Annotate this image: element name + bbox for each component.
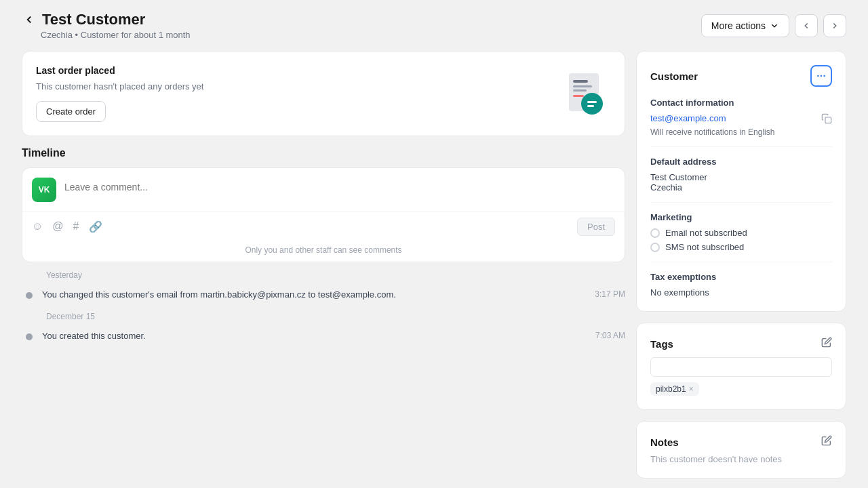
notes-title: Notes <box>650 436 679 448</box>
timeline-section: Timeline VK ☺ @ # 🔗 <box>22 147 625 345</box>
email-subscription-status: Email not subscribed <box>650 228 832 238</box>
email-radio-icon <box>650 228 660 238</box>
timeline-date-1: December 15 <box>46 312 625 321</box>
timeline-dot-0 <box>26 292 33 299</box>
customer-card: Customer Contact information test@exampl… <box>636 51 846 312</box>
svg-point-10 <box>823 75 825 77</box>
tax-exemptions-status: No exemptions <box>650 287 832 298</box>
tag-chip-0: pilxb2b1 × <box>650 382 699 396</box>
svg-rect-5 <box>587 101 597 103</box>
notes-empty-message: This customer doesn't have notes <box>650 454 832 464</box>
last-order-title: Last order placed <box>36 65 203 76</box>
marketing-section-label: Marketing <box>650 212 832 222</box>
svg-rect-2 <box>573 85 592 87</box>
svg-point-4 <box>581 93 603 115</box>
comment-box: VK ☺ @ # 🔗 Post Only you and other s <box>22 167 625 262</box>
svg-rect-3 <box>573 89 587 92</box>
tax-section-label: Tax exemptions <box>650 272 832 282</box>
svg-rect-11 <box>825 117 831 123</box>
tags-card: Tags pilxb2b1 × <box>636 323 846 410</box>
tag-remove-0[interactable]: × <box>689 384 694 394</box>
contact-email-link[interactable]: test@example.com <box>650 113 726 123</box>
page-subtitle: Czechia • Customer for about 1 month <box>22 30 191 40</box>
svg-rect-7 <box>573 95 584 97</box>
notes-edit-icon[interactable] <box>821 435 832 449</box>
svg-rect-1 <box>573 80 588 83</box>
customer-card-title: Customer <box>650 70 698 82</box>
timeline-date-0: Yesterday <box>46 270 625 280</box>
order-illustration <box>557 66 611 121</box>
svg-point-8 <box>817 75 819 77</box>
timeline-dot-1 <box>26 333 33 340</box>
timeline-event-text-1: You created this customer. <box>42 331 146 341</box>
contact-lang: Will receive notifications in English <box>650 127 832 137</box>
sms-subscription-status: SMS not subscribed <box>650 242 832 252</box>
last-order-card: Last order placed This customer hasn't p… <box>22 51 625 136</box>
emoji-icon[interactable]: ☺ <box>32 220 43 233</box>
mention-icon[interactable]: @ <box>52 220 63 233</box>
copy-email-icon[interactable] <box>821 113 832 126</box>
comment-input[interactable] <box>64 178 615 197</box>
address-section-label: Default address <box>650 157 832 167</box>
contact-section-label: Contact information <box>650 98 832 108</box>
last-order-empty: This customer hasn't placed any orders y… <box>36 81 203 92</box>
tags-edit-icon[interactable] <box>821 337 832 350</box>
svg-rect-6 <box>587 105 594 107</box>
sms-radio-icon <box>650 243 660 252</box>
user-avatar: VK <box>32 178 56 202</box>
timeline-events: Yesterday You changed this customer's em… <box>22 270 625 345</box>
comment-icons: ☺ @ # 🔗 <box>32 220 102 233</box>
more-actions-button[interactable]: More actions <box>701 14 789 37</box>
page-title: Test Customer <box>42 11 145 28</box>
nav-prev-button[interactable] <box>795 14 818 37</box>
customer-options-button[interactable] <box>810 65 832 87</box>
nav-next-button[interactable] <box>823 14 846 37</box>
back-button[interactable] <box>22 12 37 27</box>
link-icon[interactable]: 🔗 <box>89 220 102 233</box>
timeline-event-time-1: 7:03 AM <box>595 331 625 340</box>
tags-input[interactable] <box>650 357 832 377</box>
hashtag-icon[interactable]: # <box>73 220 79 233</box>
comment-note: Only you and other staff can see comment… <box>22 241 625 262</box>
svg-point-9 <box>821 75 823 77</box>
create-order-button[interactable]: Create order <box>36 101 106 122</box>
timeline-event-text-0: You changed this customer's email from m… <box>42 289 396 300</box>
post-button[interactable]: Post <box>577 218 615 236</box>
notes-card: Notes This customer doesn't have notes <box>636 421 846 479</box>
timeline-event-0: You changed this customer's email from m… <box>22 285 625 304</box>
timeline-event-1: You created this customer. 7:03 AM <box>22 327 625 345</box>
timeline-title: Timeline <box>22 147 625 159</box>
address-country: Czechia <box>650 182 832 192</box>
address-name: Test Customer <box>650 172 832 182</box>
timeline-event-time-0: 3:17 PM <box>595 289 625 299</box>
tags-title: Tags <box>650 338 673 350</box>
